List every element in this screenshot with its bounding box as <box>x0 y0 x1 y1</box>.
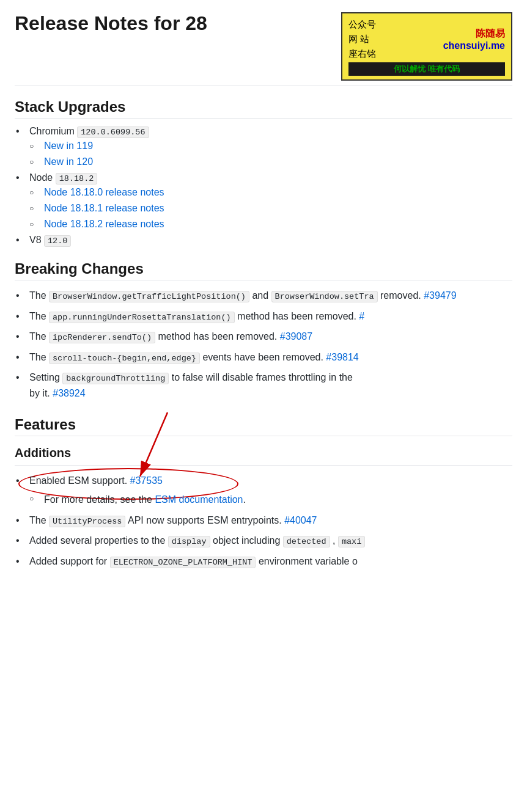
link-37535[interactable]: #37535 <box>130 475 163 486</box>
chromium-sublist: New in 119 New in 120 <box>42 141 512 167</box>
list-item: Node 18.18.1 release notes <box>42 203 512 214</box>
list-item: For more details, see the ESM documentat… <box>42 492 512 508</box>
link-39087[interactable]: #39087 <box>280 331 312 342</box>
breaking-changes-list: The BrowserWindow.getTrafficLightPositio… <box>27 288 512 401</box>
code-ipcrenderer: ipcRenderer.sendTo() <box>49 332 155 343</box>
node-18182-link[interactable]: Node 18.18.2 release notes <box>44 219 164 229</box>
chromium-label: Chromium <box>29 126 77 136</box>
code-utilityprocess: UtilityProcess <box>49 516 125 527</box>
esm-sublist: For more details, see the ESM documentat… <box>42 492 512 508</box>
code-rosetta: app.runningUnderRosettaTranslation() <box>49 312 235 323</box>
breaking-changes-divider <box>15 280 512 280</box>
stack-upgrades-divider <box>15 86 512 86</box>
additions-heading: Additions <box>15 446 512 460</box>
v8-version: 12.0 <box>44 235 71 247</box>
features-heading: Features <box>15 416 512 433</box>
banner-slogan: 何以解忧 唯有代码 <box>348 62 505 76</box>
node-18181-link[interactable]: Node 18.18.1 release notes <box>44 203 164 213</box>
stack-upgrades-divider2 <box>15 118 512 119</box>
link-rosetta[interactable]: # <box>359 311 364 321</box>
chromium-version: 120.0.6099.56 <box>77 126 149 138</box>
additions-list: Enabled ESM support. #37535 For more det… <box>27 473 512 569</box>
code-ozone-hint: ELECTRON_OZONE_PLATFORM_HINT <box>110 557 256 568</box>
list-item: The ipcRenderer.sendTo() method has been… <box>27 329 512 345</box>
node-18180-link[interactable]: Node 18.18.0 release notes <box>44 187 164 197</box>
list-item: Setting backgroundThrottling to false wi… <box>27 370 512 401</box>
list-item: Node 18.18.0 release notes <box>42 187 512 198</box>
list-item: The scroll-touch-{begin,end,edge} events… <box>27 349 512 365</box>
link-39814[interactable]: #39814 <box>326 352 358 362</box>
stack-upgrades-list: Chromium 120.0.6099.56 New in 119 New in… <box>27 126 512 246</box>
list-item: Added several properties to the display … <box>27 533 512 549</box>
link-38924[interactable]: #38924 <box>53 388 85 398</box>
node-label: Node <box>29 172 56 183</box>
esm-documentation-link[interactable]: ESM documentation <box>155 494 243 505</box>
code-background-throttling: backgroundThrottling <box>62 373 169 384</box>
link-40047[interactable]: #40047 <box>284 515 317 525</box>
node-version: 18.18.2 <box>56 173 98 185</box>
list-item: Added support for ELECTRON_OZONE_PLATFOR… <box>27 554 512 569</box>
code-detected: detected <box>283 536 330 547</box>
additions-divider <box>15 465 512 466</box>
new-in-119-link[interactable]: New in 119 <box>44 141 93 151</box>
list-item: Node 18.18.2 release notes <box>42 219 512 230</box>
node-sublist: Node 18.18.0 release notes Node 18.18.1 … <box>42 187 512 230</box>
code-scroll-touch: scroll-touch-{begin,end,edge} <box>49 353 200 364</box>
stack-upgrades-heading: Stack Upgrades <box>15 98 512 115</box>
code-browserwindow-set: BrowserWindow.setTra <box>271 291 378 302</box>
features-divider <box>15 436 512 436</box>
code-display: display <box>168 536 210 547</box>
list-item: Chromium 120.0.6099.56 New in 119 New in… <box>27 126 512 167</box>
list-item: New in 119 <box>42 141 512 152</box>
list-item: The app.runningUnderRosettaTranslation()… <box>27 309 512 324</box>
promo-banner: 公众号 网 站 座右铭 陈随易 chensuiyi.me 何以解忧 唯有代码 <box>341 12 512 81</box>
breaking-changes-heading: Breaking Changes <box>15 260 512 277</box>
code-maxi: maxi <box>338 536 365 547</box>
list-item: V8 12.0 <box>27 235 512 246</box>
list-item: New in 120 <box>42 156 512 167</box>
banner-author: 陈随易 <box>476 27 505 40</box>
list-item: The BrowserWindow.getTrafficLightPositio… <box>27 288 512 304</box>
code-browserwindow-get: BrowserWindow.getTrafficLightPosition() <box>49 291 249 302</box>
link-39479[interactable]: #39479 <box>424 290 456 301</box>
banner-left-labels: 公众号 网 站 座右铭 <box>348 17 376 61</box>
banner-website: chensuiyi.me <box>443 40 505 51</box>
page-title: Release Notes for 28 <box>15 12 334 35</box>
list-item: Enabled ESM support. #37535 For more det… <box>27 473 512 508</box>
list-item: The UtilityProcess API now supports ESM … <box>27 513 512 529</box>
v8-label: V8 <box>29 235 44 245</box>
list-item: Node 18.18.2 Node 18.18.0 release notes … <box>27 172 512 230</box>
new-in-120-link[interactable]: New in 120 <box>44 156 93 167</box>
